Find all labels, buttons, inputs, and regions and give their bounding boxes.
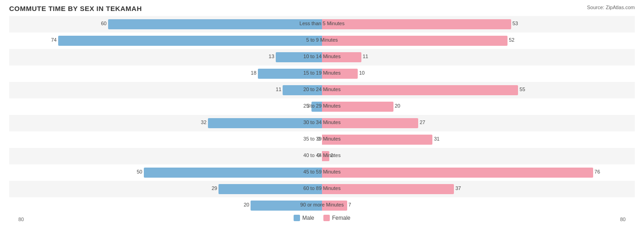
legend-female: Female: [323, 215, 350, 221]
legend-female-label: Female: [332, 215, 350, 221]
value-male: 60: [101, 21, 107, 26]
value-male: 11: [276, 87, 281, 92]
value-female: 20: [395, 103, 400, 109]
value-female: 27: [420, 120, 425, 125]
bar-male: [58, 36, 322, 46]
legend-male-label: Male: [302, 215, 314, 221]
value-male: 50: [136, 169, 142, 174]
chart-container: COMMUTE TIME BY SEX IN TEKAMAH Source: Z…: [0, 0, 644, 239]
value-male: 13: [269, 54, 274, 59]
chart-row: 115520 to 24 Minutes: [9, 82, 635, 98]
row-label: 20 to 24 Minutes: [303, 87, 340, 92]
chart-title: COMMUTE TIME BY SEX IN TEKAMAH: [9, 5, 635, 12]
bar-female: [322, 19, 511, 29]
bar-male: [108, 19, 322, 29]
value-male: 74: [51, 37, 56, 43]
value-female: 53: [513, 21, 518, 26]
bar-female: [322, 85, 518, 95]
row-label: 10 to 14 Minutes: [303, 54, 340, 59]
value-female: 31: [434, 136, 439, 141]
value-male: 20: [244, 202, 249, 207]
source-label: Source: ZipAtlas.com: [587, 5, 635, 10]
chart-row: 74525 to 9 Minutes: [9, 33, 635, 49]
chart-row: 20790 or more Minutes: [9, 197, 635, 214]
row-label: 35 to 39 Minutes: [303, 136, 340, 141]
value-female: 52: [509, 37, 514, 43]
bar-female: [322, 184, 454, 194]
legend-male: Male: [294, 215, 314, 221]
legend: Male Female: [9, 215, 635, 221]
row-label: 40 to 44 Minutes: [303, 152, 340, 158]
axis-label-right: 80: [620, 217, 626, 222]
chart-row: 507645 to 59 Minutes: [9, 164, 635, 181]
bar-female: [322, 168, 593, 178]
row-label: 90 or more Minutes: [300, 202, 344, 207]
chart-row: 293760 to 89 Minutes: [9, 181, 635, 197]
legend-male-box: [294, 215, 300, 221]
value-female: 37: [455, 185, 461, 191]
value-male: 29: [212, 185, 217, 191]
chart-row: 131110 to 14 Minutes: [9, 49, 635, 65]
value-female: 55: [519, 87, 525, 92]
chart-row: 03135 to 39 Minutes: [9, 131, 635, 148]
bar-male: [144, 168, 322, 178]
chart-row: 32025 to 29 Minutes: [9, 98, 635, 115]
chart-row: 181015 to 19 Minutes: [9, 65, 635, 82]
row-label: Less than 5 Minutes: [300, 21, 344, 26]
value-female: 11: [363, 54, 368, 59]
row-label: 30 to 34 Minutes: [303, 120, 340, 125]
value-male: 18: [251, 70, 257, 76]
row-label: 25 to 29 Minutes: [303, 103, 340, 109]
legend-female-box: [323, 215, 330, 221]
chart-row: 6053Less than 5 Minutes: [9, 16, 635, 33]
row-label: 60 to 89 Minutes: [303, 185, 340, 191]
row-label: 15 to 19 Minutes: [303, 70, 340, 76]
value-female: 7: [349, 202, 351, 207]
row-label: 45 to 59 Minutes: [303, 169, 340, 174]
value-female: 76: [595, 169, 600, 174]
chart-row: 0240 to 44 Minutes: [9, 148, 635, 164]
bar-female: [322, 36, 508, 46]
value-male: 32: [201, 120, 207, 125]
axis-label-left: 80: [18, 217, 24, 222]
row-label: 5 to 9 Minutes: [306, 37, 338, 43]
value-female: 10: [359, 70, 365, 76]
chart-row: 322730 to 34 Minutes: [9, 115, 635, 131]
chart-area: 80806053Less than 5 Minutes74525 to 9 Mi…: [9, 16, 635, 213]
